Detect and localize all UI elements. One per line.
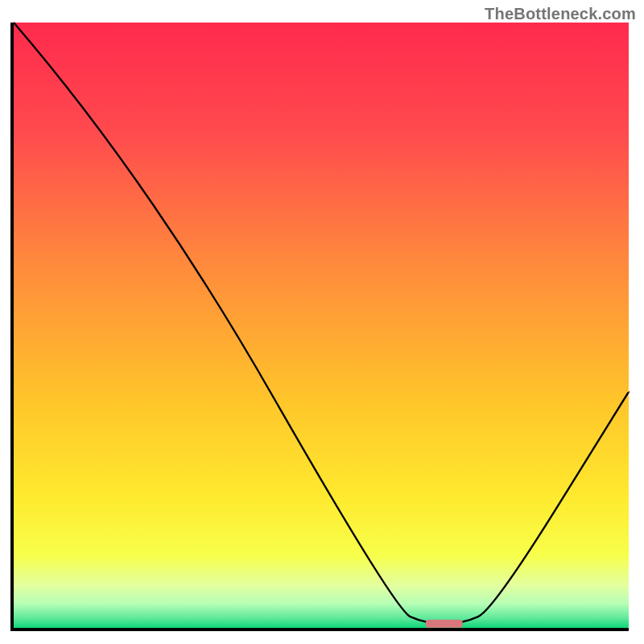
optimum-marker xyxy=(426,620,463,628)
bottleneck-chart xyxy=(0,0,644,644)
chart-background xyxy=(14,23,629,628)
